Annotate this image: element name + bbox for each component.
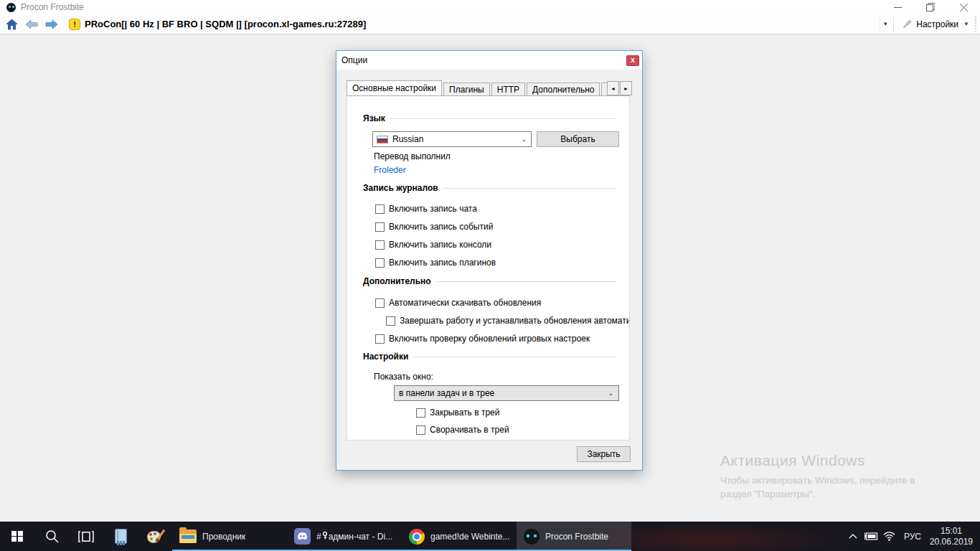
checkbox-log-events[interactable]: Включить запись событий xyxy=(375,222,493,232)
group-logging-title: Запись журналов xyxy=(363,183,438,193)
taskbar-item-explorer[interactable]: Проводник xyxy=(172,522,287,551)
checkbox-log-console[interactable]: Включить запись консоли xyxy=(375,240,491,250)
caption-buttons xyxy=(881,0,980,14)
checkbox-box[interactable] xyxy=(375,334,385,344)
checkbox-box[interactable] xyxy=(375,240,385,250)
paint-button[interactable] xyxy=(138,522,172,551)
server-dropdown-icon[interactable]: ▼ xyxy=(880,17,890,32)
checkbox-box[interactable] xyxy=(375,298,385,308)
tab-scroll-buttons: ◄ ► xyxy=(607,81,632,95)
folder-icon xyxy=(179,529,197,543)
checkbox-check-game-settings-updates[interactable]: Включить проверку обновлений игровых нас… xyxy=(375,334,590,344)
translator-caption: Перевод выполнил xyxy=(374,151,451,161)
checkbox-label: Включить запись консоли xyxy=(389,240,491,250)
checkbox-box[interactable] xyxy=(416,408,425,418)
checkbox-label: Включить запись событий xyxy=(389,222,493,232)
server-title[interactable]: PRoCon[| 60 Hz | BF BRO | SQDM |] [proco… xyxy=(85,19,366,29)
taskbar-item-label: #админ-чат - Di... xyxy=(316,532,392,542)
checkbox-label: Сворачивать в трей xyxy=(430,425,509,435)
paint-icon xyxy=(147,529,163,545)
tab-advanced[interactable]: Дополнительно xyxy=(527,83,600,95)
checkbox-label: Закрывать в трей xyxy=(430,408,499,418)
group-language: Язык xyxy=(363,113,616,123)
tab-scroll-left-icon[interactable]: ◄ xyxy=(607,81,619,95)
checkbox-auto-download-updates[interactable]: Автоматически скачивать обновления xyxy=(375,298,541,308)
toolbar-separator xyxy=(893,17,894,32)
tab-http[interactable]: HTTP xyxy=(491,83,525,95)
show-window-label: Показать окно: xyxy=(374,372,433,382)
procon-app-icon xyxy=(6,3,16,12)
channel-hash: # xyxy=(316,532,321,542)
checkbox-label: Включить проверку обновлений игровых нас… xyxy=(389,334,590,344)
dialog-close-button[interactable]: x xyxy=(626,55,639,66)
tab-general[interactable]: Основные настройки xyxy=(347,80,442,95)
translator-link[interactable]: Froleder xyxy=(374,165,406,175)
toolbar-grip xyxy=(975,17,978,32)
checkbox-box[interactable] xyxy=(375,222,385,232)
settings-caret-icon: ▼ xyxy=(963,21,969,27)
taskbar-item-label: Procon Frostbite xyxy=(545,532,608,542)
checkbox-log-chat[interactable]: Включить запись чата xyxy=(375,204,477,214)
chrome-icon xyxy=(409,529,425,545)
checkbox-minimize-to-tray[interactable]: Сворачивать в трей xyxy=(416,425,509,435)
window-title: Procon Frostbite xyxy=(21,2,84,12)
procon-icon xyxy=(524,529,540,545)
close-dialog-button[interactable]: Закрыть xyxy=(577,446,631,462)
search-button[interactable] xyxy=(34,522,69,551)
checkbox-label: Автоматически скачивать обновления xyxy=(389,298,541,308)
group-logging: Запись журналов xyxy=(363,183,616,193)
discord-icon xyxy=(294,528,311,545)
restore-icon[interactable] xyxy=(914,0,947,14)
windows-logo-icon xyxy=(11,531,23,542)
watermark-title: Активация Windows xyxy=(720,452,915,469)
tab-scroll-right-icon[interactable]: ► xyxy=(620,81,632,95)
forward-icon[interactable] xyxy=(43,16,60,33)
taskbar-item-chrome[interactable]: gamed!de Webinte... xyxy=(402,522,517,551)
clock-time: 15:01 xyxy=(930,526,973,537)
tab-plugins[interactable]: Плагины xyxy=(443,83,490,95)
checkbox-box[interactable] xyxy=(375,204,385,214)
start-button[interactable] xyxy=(0,522,34,551)
checkbox-install-updates-auto[interactable]: Завершать работу и устанавливать обновле… xyxy=(386,316,630,326)
checkbox-label: Завершать работу и устанавливать обновле… xyxy=(400,316,630,326)
task-view-button[interactable] xyxy=(69,522,103,551)
minimize-icon[interactable] xyxy=(881,0,914,14)
warning-icon: ! xyxy=(69,19,80,30)
options-dialog: Опции x Основные настройкиПлагиныHTTPДоп… xyxy=(336,50,643,471)
windows-activation-watermark: Активация Windows Чтобы активировать Win… xyxy=(720,452,915,501)
main-toolbar: ! PRoCon[| 60 Hz | BF BRO | SQDM |] [pro… xyxy=(0,14,980,34)
language-combobox[interactable]: Russian ⌄ xyxy=(372,131,532,147)
close-icon[interactable] xyxy=(947,0,980,14)
checkbox-close-to-tray[interactable]: Закрывать в трей xyxy=(416,408,499,418)
window-titlebar: Procon Frostbite xyxy=(0,0,980,14)
dialog-title: Опции xyxy=(341,55,367,65)
home-icon[interactable] xyxy=(3,16,20,33)
dialog-titlebar[interactable]: Опции x xyxy=(336,51,642,70)
dropdown-chevron-icon: ⌄ xyxy=(608,390,613,397)
language-indicator[interactable]: РУС xyxy=(898,532,927,542)
calculator-button[interactable] xyxy=(103,522,138,551)
battery-icon[interactable] xyxy=(862,532,880,540)
clock-date: 20.06.2019 xyxy=(930,537,973,547)
taskbar-item-label: Проводник xyxy=(202,532,245,542)
tray-chevron-icon[interactable] xyxy=(844,534,862,539)
taskbar-clock[interactable]: 15:01 20.06.2019 xyxy=(927,526,980,547)
taskbar: Проводник #админ-чат - Di... gamed!de We… xyxy=(0,522,980,551)
calculator-icon xyxy=(115,529,127,544)
app-client-area: Опции x Основные настройкиПлагиныHTTPДоп… xyxy=(0,34,980,522)
checkbox-box[interactable] xyxy=(375,258,385,268)
screwdriver-icon xyxy=(901,19,913,30)
taskbar-item-procon[interactable]: Procon Frostbite xyxy=(517,522,631,551)
checkbox-box[interactable] xyxy=(416,425,425,435)
settings-label: Настройки xyxy=(916,19,958,29)
wifi-icon[interactable] xyxy=(880,532,898,541)
settings-button[interactable]: Настройки ▼ xyxy=(897,17,974,32)
taskbar-item-discord[interactable]: #админ-чат - Di... xyxy=(287,522,402,551)
checkbox-box[interactable] xyxy=(386,316,395,326)
checkbox-log-plugins[interactable]: Включить запись плагинов xyxy=(375,258,496,268)
back-icon[interactable] xyxy=(23,16,40,33)
show-window-dropdown[interactable]: в панели задач и в трее ⌄ xyxy=(394,385,619,401)
search-icon xyxy=(45,529,59,543)
checkbox-label: Включить запись плагинов xyxy=(389,258,496,268)
choose-language-button[interactable]: Выбрать xyxy=(537,131,619,147)
